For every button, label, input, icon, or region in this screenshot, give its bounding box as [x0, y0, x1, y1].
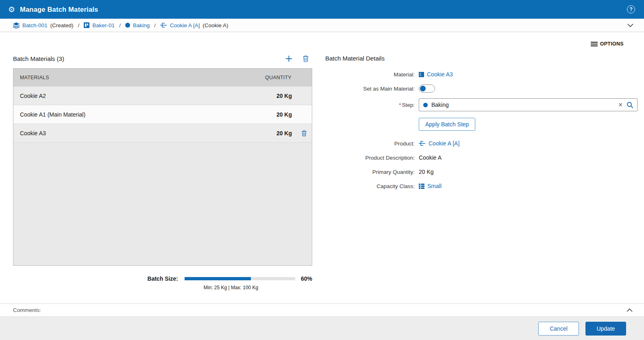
batch-size-range: Min: 25 Kg | Max: 100 Kg: [176, 285, 286, 290]
materials-panel-header: Batch Materials (3): [13, 55, 312, 63]
product-label: Product:: [325, 141, 415, 147]
materials-panel-actions: [285, 55, 312, 63]
product-description-label: Product Description:: [325, 155, 415, 161]
column-header-quantity: QUANTITY: [265, 75, 312, 80]
batch-size-label: Batch Size:: [148, 275, 178, 282]
equipment-icon: [84, 22, 89, 28]
footer-bar: Cancel Update: [0, 317, 644, 340]
breadcrumb: Batch-001 (Created) / Baker-01 / Baking …: [0, 19, 644, 32]
delete-material-button[interactable]: [302, 55, 309, 62]
batch-size-progressbar: [185, 277, 295, 280]
options-button[interactable]: OPTIONS: [591, 41, 624, 47]
step-field-row: *Step: ✕: [325, 98, 637, 111]
breadcrumb-item-product: Cookie A [A] (Cookie A): [160, 22, 228, 28]
product-description-row: Product Description: Cookie A: [325, 153, 637, 162]
app-header: ⚙ Manage Batch Materials ?: [0, 0, 644, 19]
material-name-cell: Cookie A1 (Main Material): [13, 111, 265, 118]
product-field-row: Product: Cookie A [A]: [325, 139, 637, 148]
column-header-materials: MATERIALS: [13, 75, 265, 80]
capacity-class-link[interactable]: Small: [427, 183, 442, 189]
comments-bar[interactable]: Comments:: [0, 303, 644, 317]
batch-size-row: Batch Size: 60%: [13, 275, 312, 282]
row-delete-icon[interactable]: [301, 130, 307, 136]
table-row[interactable]: Cookie A1 (Main Material) 20 Kg: [13, 105, 312, 124]
product-icon: [160, 22, 167, 28]
toggle-knob: [420, 86, 426, 91]
apply-step-row: Apply Batch Step: [325, 118, 637, 131]
options-icon: [591, 41, 598, 47]
update-button[interactable]: Update: [585, 322, 626, 336]
step-type-icon: [423, 103, 428, 107]
batch-materials-table: MATERIALS QUANTITY Cookie A2 20 Kg Coo: [13, 68, 312, 266]
content-columns: Batch Materials (3): [0, 50, 644, 290]
add-material-button[interactable]: [285, 55, 293, 63]
page-title: Manage Batch Materials: [20, 6, 98, 13]
product-icon: [419, 141, 426, 146]
breadcrumb-item-batch: Batch-001 (Created): [13, 22, 74, 28]
step-input[interactable]: [431, 102, 614, 108]
comments-collapse-chevron-up-icon[interactable]: [625, 307, 634, 314]
table-header-row: MATERIALS QUANTITY: [13, 69, 312, 87]
manage-batch-materials-page: ⚙ Manage Batch Materials ? Batch-001 (Cr…: [0, 0, 644, 340]
step-label: *Step:: [325, 102, 415, 108]
breadcrumb-item-step: Baking: [125, 22, 150, 28]
batch-material-details-panel: Batch Material Details Material: Cookie …: [312, 50, 644, 290]
quantity-cell: 20 Kg: [265, 111, 312, 118]
breadcrumb-separator: /: [78, 22, 80, 28]
required-marker: *: [399, 102, 401, 108]
main-material-label: Set as Main Material:: [325, 86, 415, 92]
apply-batch-step-button[interactable]: Apply Batch Step: [419, 118, 475, 131]
help-icon[interactable]: ?: [627, 5, 635, 13]
primary-quantity-label: Primary Quantity:: [325, 169, 415, 175]
search-step-icon[interactable]: [627, 102, 633, 108]
primary-quantity-row: Primary Quantity: 20 Kg: [325, 167, 637, 176]
table-row[interactable]: Cookie A3 20 Kg: [13, 124, 312, 143]
options-label: OPTIONS: [600, 41, 624, 47]
breadcrumb-link-equipment[interactable]: Baker-01: [92, 22, 115, 28]
breadcrumb-link-batch[interactable]: Batch-001: [22, 22, 48, 28]
step-combobox[interactable]: ✕: [419, 98, 637, 111]
breadcrumb-item-equipment: Baker-01: [84, 22, 115, 28]
main-material-toggle[interactable]: [419, 84, 435, 93]
table-body: Cookie A2 20 Kg Cookie A1 (Main Material…: [13, 87, 312, 265]
capacity-class-icon: [419, 184, 424, 189]
main-material-field-row: Set as Main Material:: [325, 84, 637, 93]
breadcrumb-link-step[interactable]: Baking: [133, 22, 150, 28]
breadcrumb-link-product[interactable]: Cookie A [A]: [170, 22, 200, 28]
step-icon: [125, 23, 130, 28]
capacity-class-label: Capacity Class:: [325, 183, 415, 189]
quantity-cell: 20 Kg: [265, 93, 312, 99]
breadcrumb-suffix-batch: (Created): [50, 22, 74, 28]
breadcrumb-expand-chevron-down-icon[interactable]: [626, 22, 635, 29]
material-link[interactable]: Cookie A3: [427, 71, 453, 78]
details-panel-title: Batch Material Details: [325, 55, 637, 62]
batch-size-fill: [185, 277, 251, 280]
breadcrumb-separator: /: [154, 22, 156, 28]
product-description-value: Cookie A: [419, 154, 442, 161]
clear-step-icon[interactable]: ✕: [618, 102, 623, 108]
material-icon: [419, 72, 424, 77]
capacity-class-row: Capacity Class: Small: [325, 182, 637, 191]
gear-icon: ⚙: [8, 6, 15, 13]
batch-size-percent: 60%: [295, 275, 312, 282]
breadcrumb-suffix-product: (Cookie A): [202, 22, 228, 28]
primary-quantity-value: 20 Kg: [419, 169, 434, 175]
cancel-button[interactable]: Cancel: [538, 322, 579, 336]
materials-panel-title: Batch Materials (3): [13, 55, 64, 62]
comments-label: Comments:: [13, 307, 41, 313]
material-name-cell: Cookie A2: [13, 93, 265, 99]
step-label-text: Step:: [402, 102, 415, 108]
material-label: Material:: [325, 71, 415, 78]
plus-icon: [285, 55, 293, 63]
main-content: OPTIONS Batch Materials (3): [0, 32, 644, 303]
product-link[interactable]: Cookie A [A]: [429, 140, 459, 147]
batch-layers-icon: [13, 22, 20, 28]
options-row: OPTIONS: [0, 32, 644, 47]
material-field-row: Material: Cookie A3: [325, 70, 637, 79]
material-name-cell: Cookie A3: [13, 130, 265, 136]
batch-materials-panel: Batch Materials (3): [13, 50, 312, 290]
trash-icon: [302, 55, 309, 62]
breadcrumb-separator: /: [119, 22, 121, 28]
table-row[interactable]: Cookie A2 20 Kg: [13, 87, 312, 105]
